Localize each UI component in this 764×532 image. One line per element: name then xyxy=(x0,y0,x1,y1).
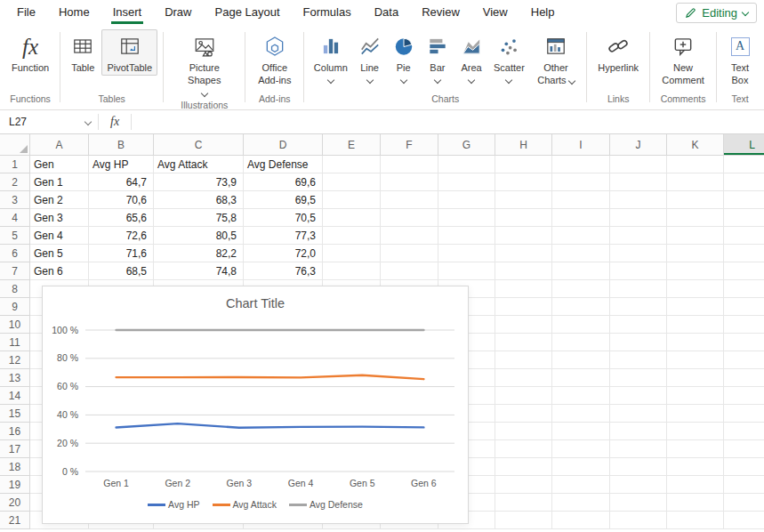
hyperlink-button[interactable]: Hyperlink xyxy=(592,29,644,76)
insert-function-button[interactable]: fx xyxy=(99,110,131,133)
cell-G3[interactable] xyxy=(438,191,495,209)
cell-G4[interactable] xyxy=(438,209,495,227)
cell-J20[interactable] xyxy=(610,494,667,512)
cell-I5[interactable] xyxy=(552,227,610,245)
cell-K6[interactable] xyxy=(667,245,724,262)
cell-L20[interactable] xyxy=(724,494,764,512)
cell-E4[interactable] xyxy=(323,209,381,227)
cell-K19[interactable] xyxy=(667,476,724,494)
cell-L21[interactable] xyxy=(724,512,764,529)
cell-E2[interactable] xyxy=(323,173,381,191)
cell-H19[interactable] xyxy=(495,476,552,494)
cell-H12[interactable] xyxy=(495,351,552,369)
tab-page-layout[interactable]: Page Layout xyxy=(204,0,292,25)
cell-J2[interactable] xyxy=(610,173,667,191)
picture-shapes-button[interactable]: Picture Shapes xyxy=(169,29,239,98)
embedded-chart[interactable]: Chart Title 0 %20 %40 %60 %80 %100 %Gen … xyxy=(42,286,469,524)
cell-H17[interactable] xyxy=(495,440,552,458)
cell-B4[interactable]: 65,6 xyxy=(89,209,154,227)
cell-B7[interactable]: 68,5 xyxy=(89,262,154,280)
column-header-I[interactable]: I xyxy=(552,134,610,156)
chart-legend[interactable]: Avg HPAvg AttackAvg Defense xyxy=(43,496,468,510)
row-header-9[interactable]: 9 xyxy=(0,298,30,316)
row-header-7[interactable]: 7 xyxy=(0,262,30,280)
cell-K21[interactable] xyxy=(667,512,724,529)
cell-B6[interactable]: 71,6 xyxy=(89,245,154,262)
cell-D1[interactable]: Avg Defense xyxy=(244,156,323,173)
cell-I20[interactable] xyxy=(552,494,610,512)
cell-L17[interactable] xyxy=(724,440,764,458)
row-header-21[interactable]: 21 xyxy=(0,512,30,529)
column-header-C[interactable]: C xyxy=(154,134,244,156)
cell-L6[interactable] xyxy=(724,245,764,262)
cell-H9[interactable] xyxy=(495,298,552,316)
cell-I15[interactable] xyxy=(552,405,610,423)
row-header-4[interactable]: 4 xyxy=(0,209,30,227)
cell-I4[interactable] xyxy=(552,209,610,227)
other-charts-button[interactable]: Other Charts xyxy=(531,29,582,89)
cell-H11[interactable] xyxy=(495,334,552,351)
cell-I7[interactable] xyxy=(552,262,610,280)
cell-A6[interactable]: Gen 5 xyxy=(30,245,89,262)
new-comment-button[interactable]: New Comment xyxy=(655,29,711,89)
cell-L1[interactable] xyxy=(724,156,764,173)
cell-I2[interactable] xyxy=(552,173,610,191)
cell-I3[interactable] xyxy=(552,191,610,209)
cell-J18[interactable] xyxy=(610,458,667,476)
scatter-chart-button[interactable]: Scatter xyxy=(489,29,528,85)
cell-L7[interactable] xyxy=(724,262,764,280)
tab-file[interactable]: File xyxy=(5,0,47,25)
cell-I10[interactable] xyxy=(552,316,610,334)
bar-chart-button[interactable]: Bar xyxy=(422,29,454,85)
cell-B2[interactable]: 64,7 xyxy=(89,173,154,191)
cell-I16[interactable] xyxy=(552,423,610,440)
cell-J12[interactable] xyxy=(610,351,667,369)
cell-L19[interactable] xyxy=(724,476,764,494)
row-header-6[interactable]: 6 xyxy=(0,245,30,262)
cell-G5[interactable] xyxy=(438,227,495,245)
function-button[interactable]: fx Function xyxy=(6,29,54,76)
tab-home[interactable]: Home xyxy=(47,0,101,25)
cell-L16[interactable] xyxy=(724,423,764,440)
cell-K10[interactable] xyxy=(667,316,724,334)
cell-I17[interactable] xyxy=(552,440,610,458)
cell-A7[interactable]: Gen 6 xyxy=(30,262,89,280)
cell-H1[interactable] xyxy=(495,156,552,173)
column-header-E[interactable]: E xyxy=(323,134,381,156)
tab-formulas[interactable]: Formulas xyxy=(292,0,363,25)
cell-L5[interactable] xyxy=(724,227,764,245)
cell-H4[interactable] xyxy=(495,209,552,227)
cell-H6[interactable] xyxy=(495,245,552,262)
cell-F4[interactable] xyxy=(381,209,438,227)
cell-K11[interactable] xyxy=(667,334,724,351)
cell-K17[interactable] xyxy=(667,440,724,458)
column-header-J[interactable]: J xyxy=(610,134,667,156)
cell-K1[interactable] xyxy=(667,156,724,173)
row-header-5[interactable]: 5 xyxy=(0,227,30,245)
row-header-16[interactable]: 16 xyxy=(0,423,30,440)
cell-J16[interactable] xyxy=(610,423,667,440)
cell-K20[interactable] xyxy=(667,494,724,512)
cell-B5[interactable]: 72,6 xyxy=(89,227,154,245)
cell-H8[interactable] xyxy=(495,280,552,298)
column-header-A[interactable]: A xyxy=(30,134,89,156)
row-header-8[interactable]: 8 xyxy=(0,280,30,298)
column-header-B[interactable]: B xyxy=(89,134,154,156)
chart-title[interactable]: Chart Title xyxy=(43,286,468,317)
column-header-K[interactable]: K xyxy=(667,134,724,156)
select-all-corner[interactable] xyxy=(0,134,30,156)
cell-K2[interactable] xyxy=(667,173,724,191)
cell-L10[interactable] xyxy=(724,316,764,334)
cell-D5[interactable]: 77,3 xyxy=(244,227,323,245)
column-header-F[interactable]: F xyxy=(381,134,438,156)
cell-I19[interactable] xyxy=(552,476,610,494)
cell-K13[interactable] xyxy=(667,369,724,387)
cell-I21[interactable] xyxy=(552,512,610,529)
cell-H21[interactable] xyxy=(495,512,552,529)
cell-G2[interactable] xyxy=(438,173,495,191)
line-chart-button[interactable]: Line xyxy=(353,29,385,85)
cell-H2[interactable] xyxy=(495,173,552,191)
cell-A3[interactable]: Gen 2 xyxy=(30,191,89,209)
cell-F3[interactable] xyxy=(381,191,438,209)
cell-A4[interactable]: Gen 3 xyxy=(30,209,89,227)
